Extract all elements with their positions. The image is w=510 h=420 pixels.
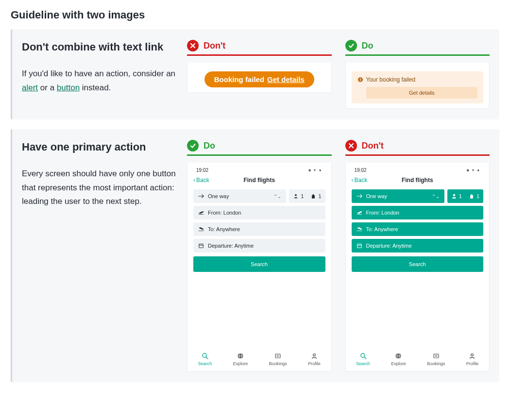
alert-box: Your booking failed Get details <box>352 71 484 103</box>
example-header: Don't <box>187 40 332 54</box>
example-dont: Don't 19:02 ■ ▾ ● ‹ Back Find flights On… <box>345 140 490 371</box>
example-body: Booking failed Get details <box>187 63 332 93</box>
bag-icon <box>469 193 475 199</box>
mobile-header: ‹ Back Find flights <box>187 175 331 189</box>
nav-bookings[interactable]: Bookings <box>427 353 445 366</box>
guideline-body: If you'd like to have an action, conside… <box>22 67 177 95</box>
chip-label: From: London <box>208 210 241 216</box>
examples-row: Don't Booking failed Get details Do <box>187 40 490 109</box>
person-icon <box>293 193 299 199</box>
bag-count: 1 <box>318 193 321 199</box>
chip-label: From: London <box>366 210 399 216</box>
person-icon <box>451 193 457 199</box>
link-button[interactable]: button <box>57 83 80 92</box>
guideline-body: Every screen should have only one button… <box>22 167 177 209</box>
nav-explore[interactable]: Explore <box>391 353 406 366</box>
to-field[interactable]: To: Anywhere <box>193 222 325 236</box>
nav-label: Search <box>198 361 212 366</box>
nav-label: Profile <box>308 361 321 366</box>
body-text: If you'd like to have an action, conside… <box>22 69 175 78</box>
search-button[interactable]: Search <box>193 256 325 272</box>
bottom-nav: Search Explore Bookings Profile <box>346 349 490 371</box>
form-row: One way ⌃⌄ 1 1 <box>352 189 484 203</box>
nav-explore[interactable]: Explore <box>233 353 248 366</box>
chip-label: To: Anywhere <box>208 226 240 232</box>
nav-profile[interactable]: Profile <box>466 353 479 366</box>
globe-icon <box>237 353 244 359</box>
check-icon <box>187 140 199 151</box>
divider <box>187 54 332 56</box>
status-pill[interactable]: Booking failed Get details <box>204 71 314 87</box>
ticket-icon <box>274 353 281 359</box>
departure-field[interactable]: Departure: Anytime <box>352 239 484 252</box>
example-do: Do 19:02 ■ ▾ ● ‹ Back Find flights One w… <box>187 140 332 371</box>
search-form: One way ⌃⌄ 1 1 From: London To: Anywhere… <box>346 189 490 272</box>
nav-label: Bookings <box>427 361 445 366</box>
nav-search[interactable]: Search <box>356 353 370 366</box>
nav-profile[interactable]: Profile <box>308 353 321 366</box>
passengers-chip[interactable]: 1 1 <box>447 189 483 203</box>
nav-label: Bookings <box>269 361 287 366</box>
status-time: 19:02 <box>196 168 208 173</box>
chip-label: One way <box>208 193 229 199</box>
alert-button[interactable]: Get details <box>366 87 478 99</box>
link-alert[interactable]: alert <box>22 83 38 92</box>
page-title: Guideline with two images <box>11 9 499 21</box>
example-label: Don't <box>362 141 384 151</box>
form-row: One way ⌃⌄ 1 1 <box>193 189 325 203</box>
alert-title-row: Your booking failed <box>357 76 478 83</box>
status-icons: ■ ▾ ● <box>467 168 480 172</box>
guideline-block-1: Don't combine with text link If you'd li… <box>11 29 499 119</box>
nav-search[interactable]: Search <box>198 353 212 366</box>
divider <box>345 154 490 156</box>
body-text: instead. <box>80 83 111 92</box>
mobile-header: ‹ Back Find flights <box>346 175 490 189</box>
example-body: Your booking failed Get details <box>345 63 490 109</box>
nav-label: Search <box>356 361 370 366</box>
example-label: Do <box>204 141 215 151</box>
chip-label: One way <box>366 193 387 199</box>
departure-field[interactable]: Departure: Anytime <box>193 239 325 252</box>
chevron-icon: ⌃⌄ <box>273 194 281 199</box>
to-field[interactable]: To: Anywhere <box>352 222 484 236</box>
guideline-heading: Have one primary action <box>22 140 177 154</box>
from-field[interactable]: From: London <box>352 206 484 219</box>
pill-text: Booking failed <box>214 75 264 84</box>
bag-icon <box>310 193 316 199</box>
status-icons: ■ ▾ ● <box>308 168 322 172</box>
nav-label: Explore <box>391 361 406 366</box>
takeoff-icon <box>357 210 362 216</box>
warning-icon <box>357 77 363 83</box>
ticket-icon <box>433 353 440 359</box>
x-icon <box>345 140 357 151</box>
pax-count: 1 <box>301 193 304 199</box>
from-field[interactable]: From: London <box>193 206 325 219</box>
example-header: Do <box>187 140 332 154</box>
pill-link[interactable]: Get details <box>267 75 305 84</box>
plane-icon <box>357 193 362 199</box>
calendar-icon <box>357 243 362 249</box>
nav-label: Profile <box>466 361 479 366</box>
calendar-icon <box>198 243 204 249</box>
nav-bookings[interactable]: Bookings <box>269 353 287 366</box>
mobile-mock-dont: 19:02 ■ ▾ ● ‹ Back Find flights One way … <box>345 163 490 371</box>
trip-type-select[interactable]: One way ⌃⌄ <box>193 189 286 203</box>
alert-title: Your booking failed <box>366 76 416 83</box>
bottom-nav: Search Explore Bookings Profile <box>187 349 331 371</box>
guideline-block-2: Have one primary action Every screen sho… <box>11 129 499 382</box>
chip-label: Departure: Anytime <box>208 243 254 249</box>
search-icon <box>360 353 367 359</box>
nav-label: Explore <box>233 361 248 366</box>
search-button[interactable]: Search <box>352 256 484 272</box>
status-time: 19:02 <box>355 168 367 173</box>
example-dont: Don't Booking failed Get details <box>187 40 332 109</box>
pax-count: 1 <box>459 193 462 199</box>
trip-type-select[interactable]: One way ⌃⌄ <box>352 189 444 203</box>
chip-label: To: Anywhere <box>366 226 398 232</box>
screen-title: Find flights <box>187 177 331 184</box>
passengers-chip[interactable]: 1 1 <box>289 189 325 203</box>
chip-label: Departure: Anytime <box>366 243 412 249</box>
takeoff-icon <box>198 210 204 216</box>
example-label: Do <box>362 41 374 51</box>
x-icon <box>187 40 199 51</box>
